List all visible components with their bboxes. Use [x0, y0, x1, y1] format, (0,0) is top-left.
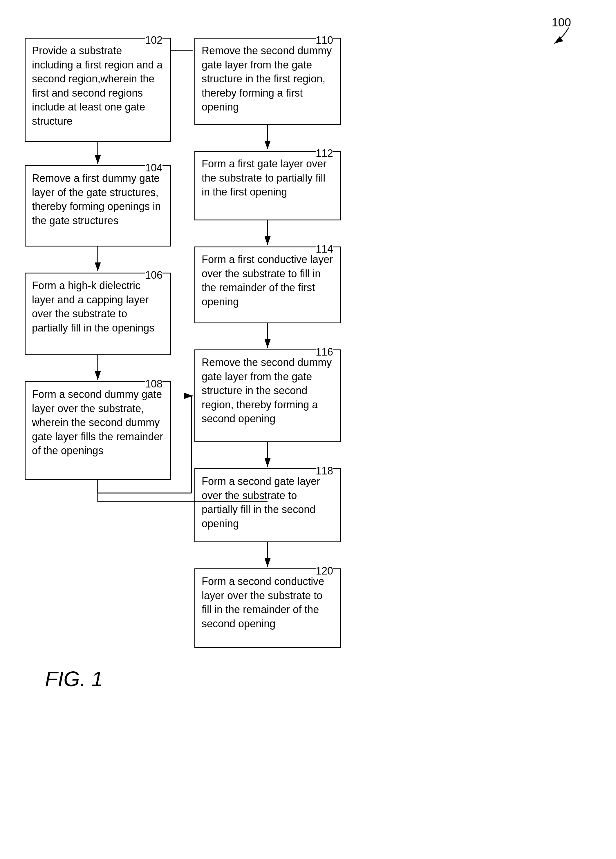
box-120: Form a second conductive layer over the … — [194, 569, 341, 648]
box-114-text: Form a first conductive layer over the s… — [202, 253, 333, 308]
label-104: 104 — [145, 162, 163, 174]
label-112: 112 — [316, 147, 333, 159]
box-110: Remove the second dummy gate layer from … — [194, 38, 341, 125]
label-108: 108 — [145, 378, 163, 390]
box-110-text: Remove the second dummy gate layer from … — [202, 45, 331, 113]
box-104: Remove a first dummy gate layer of the g… — [25, 165, 171, 247]
figure-label: FIG. 1 — [45, 667, 103, 691]
label-120: 120 — [316, 565, 333, 577]
box-116: Remove the second dummy gate layer from … — [194, 350, 341, 442]
box-106: Form a high-k dielectric layer and a cap… — [25, 273, 171, 355]
box-102: Provide a substrate including a first re… — [25, 38, 171, 142]
label-106: 106 — [145, 269, 163, 281]
box-108-text: Form a second dummy gate layer over the … — [32, 388, 163, 456]
box-104-text: Remove a first dummy gate layer of the g… — [32, 172, 161, 226]
box-106-text: Form a high-k dielectric layer and a cap… — [32, 280, 154, 334]
box-112-text: Form a first gate layer over the substra… — [202, 158, 327, 198]
label-114: 114 — [316, 243, 333, 255]
box-112: Form a first gate layer over the substra… — [194, 151, 341, 220]
box-102-text: Provide a substrate including a first re… — [32, 45, 163, 127]
box-118-text: Form a second gate layer over the substr… — [202, 475, 320, 529]
box-108: Form a second dummy gate layer over the … — [25, 381, 171, 480]
box-118: Form a second gate layer over the substr… — [194, 469, 341, 542]
main-label: 100 — [552, 16, 571, 29]
box-116-text: Remove the second dummy gate layer from … — [202, 356, 331, 425]
label-110: 110 — [316, 34, 333, 47]
label-116: 116 — [316, 346, 333, 358]
label-118: 118 — [316, 465, 333, 477]
box-120-text: Form a second conductive layer over the … — [202, 575, 324, 629]
label-102: 102 — [145, 34, 163, 47]
diagram-container: 100 Provide a substrate including a firs… — [0, 0, 616, 859]
box-114: Form a first conductive layer over the s… — [194, 247, 341, 323]
